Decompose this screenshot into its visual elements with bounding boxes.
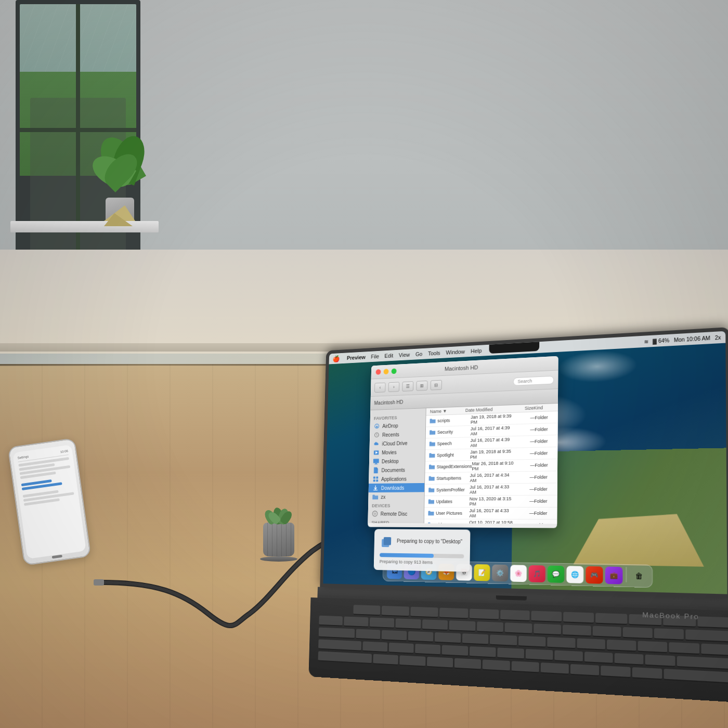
key-5[interactable]	[449, 620, 475, 632]
dock-item-prefs[interactable]: ⚙️	[492, 565, 509, 582]
dock-item-app9[interactable]: 💼	[605, 567, 623, 584]
key-f3[interactable]	[410, 607, 438, 618]
dock-item-chrome[interactable]: 🌐	[566, 566, 583, 583]
key-quote[interactable]	[645, 655, 675, 667]
key-q[interactable]	[356, 629, 380, 640]
key-backslash[interactable]	[701, 643, 728, 656]
key-f9[interactable]	[596, 613, 628, 625]
forward-button[interactable]: ›	[388, 382, 400, 392]
sidebar-item-downloads[interactable]: Downloads	[369, 483, 425, 492]
key-2[interactable]	[370, 617, 395, 628]
search-field[interactable]: Search	[513, 375, 554, 385]
key-f5[interactable]	[470, 609, 499, 620]
key-3[interactable]	[396, 618, 421, 630]
key-z[interactable]	[373, 654, 398, 666]
file-menu[interactable]: File	[371, 354, 379, 360]
key-o[interactable]	[577, 638, 605, 650]
dock-item-trash[interactable]: 🗑	[630, 567, 647, 584]
key-b[interactable]	[483, 659, 510, 671]
key-shift-r[interactable]	[664, 669, 728, 684]
fullscreen-button[interactable]	[392, 368, 397, 374]
sidebar-item-applications[interactable]: Applications	[369, 474, 424, 484]
key-f1[interactable]	[354, 605, 381, 616]
key-9[interactable]	[563, 625, 591, 636]
window-menu[interactable]: Window	[446, 348, 465, 355]
tools-menu[interactable]: Tools	[428, 350, 440, 357]
key-f[interactable]	[442, 645, 468, 656]
key-shift-l[interactable]	[318, 651, 372, 664]
edit-menu[interactable]: Edit	[384, 353, 393, 359]
go-menu[interactable]: Go	[415, 351, 422, 357]
key-a[interactable]	[362, 641, 387, 653]
key-g[interactable]	[469, 646, 496, 658]
key-n[interactable]	[511, 661, 539, 673]
key-v[interactable]	[454, 658, 481, 670]
table-row[interactable]: StartupItems Jul 16, 2017 at 4:34 AM — F…	[425, 471, 557, 485]
key-h[interactable]	[497, 647, 524, 659]
key-8[interactable]	[534, 623, 561, 635]
key-p[interactable]	[607, 640, 636, 652]
dock-item-messages[interactable]: 💬	[548, 566, 565, 583]
sidebar-item-desktop[interactable]: Desktop	[369, 456, 425, 466]
key-d[interactable]	[415, 644, 440, 655]
key-tab[interactable]	[319, 627, 355, 639]
finder-file-list[interactable]: Name ▼ Date Modified Size Kind scripts J…	[424, 404, 558, 524]
view-options-button[interactable]: ⊟	[431, 380, 442, 390]
key-f4[interactable]	[439, 608, 468, 619]
key-equals[interactable]	[654, 628, 684, 641]
key-7[interactable]	[505, 622, 532, 634]
finder-window[interactable]: Macintosh HD ‹ › ☰ ⊞ ⊟ Search Macintosh	[368, 356, 558, 528]
dock-item-music[interactable]: 🎵	[529, 565, 545, 582]
key-minus[interactable]	[623, 627, 652, 639]
key-4[interactable]	[422, 619, 448, 631]
key-comma[interactable]	[570, 664, 600, 677]
key-e[interactable]	[408, 631, 433, 643]
key-return[interactable]	[677, 656, 728, 670]
dock-item-app8[interactable]: 🎮	[586, 566, 603, 584]
help-menu[interactable]: Help	[471, 347, 482, 354]
table-row[interactable]: Video Oct 10, 2017 at 10:58 AM — Folder	[424, 519, 557, 524]
key-period[interactable]	[601, 666, 631, 678]
apple-menu[interactable]: 🍎	[332, 355, 340, 362]
key-f12[interactable]	[698, 616, 728, 629]
key-t[interactable]	[462, 633, 489, 645]
key-bracket-l[interactable]	[638, 641, 667, 653]
view-list-button[interactable]: ☰	[402, 381, 413, 392]
key-u[interactable]	[518, 636, 546, 648]
back-button[interactable]: ‹	[374, 382, 386, 393]
key-k[interactable]	[555, 651, 583, 662]
sidebar-item-zx[interactable]: zx	[368, 492, 424, 501]
key-l[interactable]	[584, 652, 613, 664]
sidebar-item-documents[interactable]: Documents	[369, 465, 424, 475]
view-menu[interactable]: View	[399, 352, 410, 358]
dock-item-photos[interactable]: 🌸	[510, 565, 527, 582]
key-s[interactable]	[388, 643, 413, 654]
key-0[interactable]	[593, 626, 621, 638]
key-tilde[interactable]	[319, 616, 343, 627]
table-row[interactable]: StagedExtensions Mar 26, 2018 at 9:10 PM…	[425, 459, 557, 473]
key-c[interactable]	[427, 657, 453, 669]
minimize-button[interactable]	[384, 369, 389, 374]
key-capslock[interactable]	[318, 639, 361, 651]
key-x[interactable]	[400, 655, 426, 667]
sidebar-item-movies[interactable]: Movies	[369, 447, 425, 457]
key-y[interactable]	[490, 634, 517, 646]
table-row[interactable]: SystemProfiler Jul 16, 2017 at 4:33 AM —…	[425, 483, 557, 496]
key-r[interactable]	[435, 632, 461, 644]
key-1[interactable]	[344, 617, 369, 628]
key-w[interactable]	[382, 630, 407, 642]
key-6[interactable]	[477, 621, 503, 633]
key-delete[interactable]	[686, 629, 728, 642]
key-f6[interactable]	[500, 610, 530, 621]
app-name-menu[interactable]: Preview	[347, 354, 366, 361]
close-button[interactable]	[376, 369, 381, 375]
key-f2[interactable]	[382, 606, 409, 617]
key-m[interactable]	[540, 662, 568, 675]
sidebar-item-remote-disc[interactable]: Remote Disc	[368, 509, 424, 518]
key-semi[interactable]	[615, 653, 644, 666]
view-grid-button[interactable]: ⊞	[416, 380, 427, 391]
key-f8[interactable]	[563, 612, 594, 624]
key-f7[interactable]	[531, 611, 562, 623]
dock-item-notes[interactable]: 📝	[474, 564, 490, 581]
table-row[interactable]: User Pictures Jul 16, 2017 at 4:33 AM — …	[424, 508, 557, 519]
